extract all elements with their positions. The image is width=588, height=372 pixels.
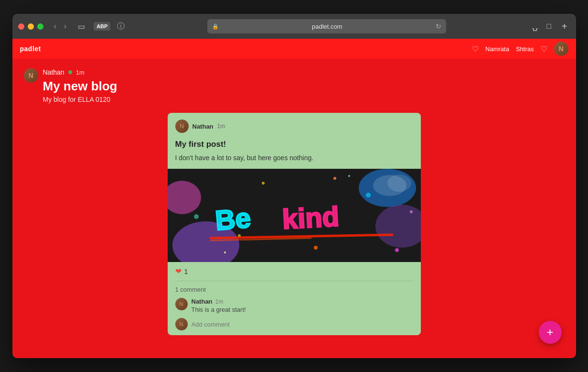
svg-point-10	[194, 214, 199, 219]
new-tab-button[interactable]: +	[559, 20, 570, 33]
add-comment-avatar: N	[175, 318, 188, 330]
padlet-logo: padlet	[20, 45, 41, 53]
be-kind-svg: Be Be kind kind	[168, 169, 421, 262]
comment-time: 1m	[215, 298, 224, 305]
app-content: padlet ♡ Namrata Shtras ♡ N N Nathan	[12, 39, 576, 358]
post-header: N Nathan 1m	[168, 113, 421, 138]
comments-section: 1 comment N Nathan 1m This is a great st	[175, 281, 413, 330]
svg-point-7	[366, 193, 371, 197]
padlet-subtitle: My blog for ELLA 0120	[43, 96, 118, 103]
namrata-nav[interactable]: Namrata	[485, 45, 509, 53]
posts-container: N Nathan 1m My first post! I don't have …	[24, 113, 565, 335]
bell-icon[interactable]: ♡	[541, 44, 547, 54]
comment-author-name: Nathan	[192, 298, 213, 305]
svg-text:Be: Be	[214, 202, 252, 236]
browser-titlebar: ‹ › ▭ ABP ⓘ 🔒 padlet.com ↻ ⍽ □ +	[12, 14, 576, 39]
svg-point-20	[224, 252, 226, 253]
address-bar[interactable]: 🔒 padlet.com ↻	[207, 19, 446, 33]
padlet-main: N Nathan 1m My new blog My blog for ELLA…	[12, 59, 576, 358]
heart-icon[interactable]: ❤	[175, 267, 182, 276]
sidebar-button[interactable]: ▭	[75, 21, 88, 32]
user-avatar-nav[interactable]: N	[554, 42, 568, 56]
maximize-traffic-light[interactable]	[37, 23, 43, 30]
svg-point-19	[387, 175, 411, 192]
nav-buttons: ‹ ›	[51, 21, 70, 32]
post-card: N Nathan 1m My first post! I don't have …	[168, 113, 421, 335]
svg-text:kind: kind	[281, 201, 340, 235]
heart-nav-icon[interactable]: ♡	[472, 44, 479, 54]
browser-window: ‹ › ▭ ABP ⓘ 🔒 padlet.com ↻ ⍽ □ + padlet …	[12, 14, 576, 358]
add-comment-row: N	[175, 318, 413, 330]
post-author-name: Nathan	[192, 123, 214, 130]
online-indicator	[68, 70, 72, 74]
back-button[interactable]: ‹	[51, 21, 59, 32]
post-body: I don't have a lot to say, but here goes…	[168, 153, 421, 169]
address-text: padlet.com	[222, 23, 433, 30]
fab-add-button[interactable]: +	[539, 321, 562, 344]
comment-author-row: Nathan 1m	[192, 298, 413, 305]
svg-point-5	[262, 182, 265, 185]
info-button[interactable]: ⓘ	[114, 21, 128, 33]
padlet-author-avatar: N	[24, 68, 38, 83]
padlet-header: N Nathan 1m My new blog My blog for ELLA…	[24, 68, 565, 103]
padlet-author-row: Nathan 1m	[43, 68, 118, 76]
likes-row: ❤ 1	[175, 267, 413, 276]
traffic-lights	[18, 23, 43, 30]
add-comment-input[interactable]	[192, 321, 413, 328]
post-footer: ❤ 1 1 comment N Nathan	[168, 262, 421, 335]
svg-point-22	[410, 210, 413, 213]
svg-point-6	[314, 246, 318, 250]
refresh-button[interactable]: ↻	[436, 22, 441, 30]
comment-author-avatar: N	[175, 298, 188, 310]
comment-item: N Nathan 1m This is a great start!	[175, 298, 413, 313]
post-title: My first post!	[168, 138, 421, 153]
padlet-author-name: Nathan	[43, 68, 64, 76]
abp-button[interactable]: ABP	[94, 22, 110, 31]
comment-content: Nathan 1m This is a great start!	[192, 298, 413, 313]
post-author-avatar: N	[175, 120, 189, 133]
padlet-nav: padlet ♡ Namrata Shtras ♡ N	[12, 39, 576, 59]
share-button[interactable]: ⍽	[529, 20, 541, 33]
avatar-image: N	[554, 42, 568, 56]
padlet-time: 1m	[76, 69, 85, 76]
comment-text: This is a great start!	[192, 306, 413, 313]
post-time: 1m	[217, 123, 225, 130]
svg-point-9	[395, 248, 399, 252]
padlet-avatar-image: N	[24, 68, 38, 83]
browser-actions: ⍽ □ +	[529, 20, 570, 33]
post-image: Be Be kind kind	[168, 169, 421, 262]
forward-button[interactable]: ›	[61, 21, 69, 32]
padlet-title: My new blog	[43, 79, 118, 94]
svg-point-11	[333, 177, 336, 180]
likes-count: 1	[184, 268, 188, 275]
close-traffic-light[interactable]	[18, 23, 24, 30]
minimize-traffic-light[interactable]	[28, 23, 34, 30]
fullscreen-button[interactable]: □	[544, 20, 554, 33]
comments-label: 1 comment	[175, 286, 413, 293]
nav-right: ♡ Namrata Shtras ♡ N	[472, 42, 568, 56]
padlet-meta: Nathan 1m My new blog My blog for ELLA 0…	[43, 68, 118, 103]
svg-point-21	[348, 175, 350, 177]
shtras-nav[interactable]: Shtras	[516, 45, 534, 53]
lock-icon: 🔒	[212, 23, 219, 30]
